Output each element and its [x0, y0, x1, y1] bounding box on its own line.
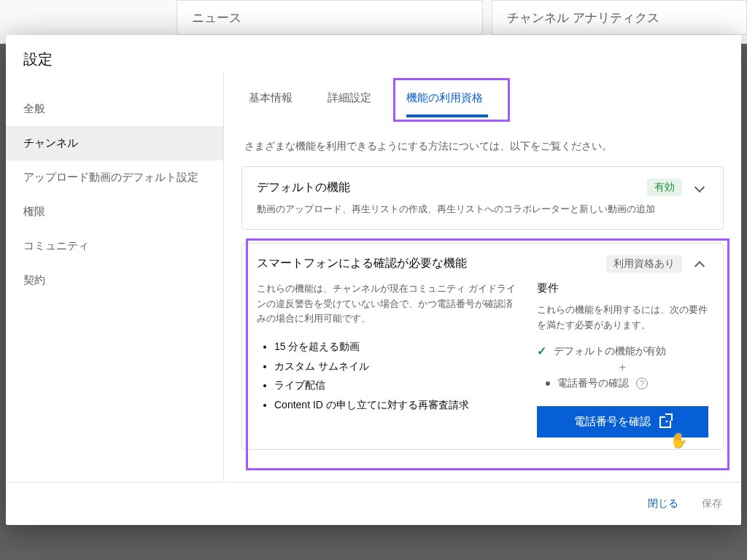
requirement-pending: 電話番号の確認 ?: [537, 377, 708, 390]
requirement-label: デフォルトの機能が有効: [554, 345, 666, 358]
sidebar-item-label: 全般: [23, 102, 45, 114]
sidebar-item-label: チャンネル: [23, 136, 78, 149]
bg-news: ニュース: [177, 0, 483, 35]
requirements-desc: これらの機能を利用するには、次の要件を満たす必要があります。: [537, 303, 708, 333]
check-icon: ✓: [537, 344, 546, 358]
sidebar-item-permissions[interactable]: 権限: [6, 195, 223, 229]
tab-underline: [406, 114, 488, 117]
tab-eligibility[interactable]: 機能の利用資格: [402, 79, 487, 115]
sidebar-item-channel[interactable]: チャンネル: [6, 126, 223, 160]
close-button[interactable]: 閉じる: [645, 493, 681, 515]
sidebar-item-label: アップロード動画のデフォルト設定: [23, 171, 198, 183]
sidebar-item-label: コミュニティ: [23, 239, 89, 252]
list-item: 15 分を超える動画: [274, 337, 516, 357]
status-badge: 利用資格あり: [606, 255, 682, 273]
chevron-up-icon[interactable]: [691, 255, 708, 273]
sidebar-item-contract[interactable]: 契約: [6, 263, 223, 298]
sidebar-item-label: 契約: [23, 273, 45, 286]
card-title: デフォルトの機能: [257, 180, 638, 195]
help-icon[interactable]: ?: [636, 378, 648, 389]
sidebar-item-general[interactable]: 全般: [6, 92, 223, 126]
intro-text: さまざまな機能を利用できるようにする方法については、以下をご覧ください。: [244, 140, 721, 153]
card-phone-verification: スマートフォンによる確認が必要な機能 利用資格あり これらの機能は、チャンネルが…: [241, 243, 724, 451]
save-button[interactable]: 保存: [699, 493, 725, 515]
verify-phone-button[interactable]: 電話番号を確認 ✋: [537, 406, 708, 438]
settings-modal: 設定 全般 チャンネル アップロード動画のデフォルト設定 権限 コミュニティ 契…: [6, 35, 741, 525]
bg-analytics-label: チャンネル アナリティクス: [507, 9, 659, 26]
sidebar-item-upload-defaults[interactable]: アップロード動画のデフォルト設定: [6, 160, 223, 195]
card-subtitle: 動画のアップロード、再生リストの作成、再生リストへのコラボレーターと新しい動画の…: [257, 202, 708, 217]
modal-footer: 閉じる 保存: [6, 482, 741, 525]
requirements-title: 要件: [537, 281, 708, 295]
requirement-met: ✓ デフォルトの機能が有効: [537, 344, 708, 358]
card-default-features[interactable]: デフォルトの機能 有効 動画のアップロード、再生リストの作成、再生リストへのコラ…: [241, 166, 724, 230]
card-title: スマートフォンによる確認が必要な機能: [257, 256, 597, 271]
card-desc: これらの機能は、チャンネルが現在コミュニティ ガイドラインの違反警告を受けていな…: [257, 281, 516, 327]
modal-title: 設定: [6, 35, 741, 74]
tab-basic[interactable]: 基本情報: [244, 79, 297, 115]
tab-advanced[interactable]: 詳細設定: [323, 79, 376, 115]
status-badge: 有効: [647, 179, 682, 196]
list-item: Content ID の申し立てに対する再審査請求: [274, 395, 516, 415]
sidebar-item-label: 権限: [23, 205, 45, 217]
list-item: カスタム サムネイル: [274, 357, 516, 376]
tabs: 基本情報 詳細設定 機能の利用資格: [241, 79, 724, 115]
chevron-down-icon[interactable]: [691, 179, 708, 196]
sidebar-item-community[interactable]: コミュニティ: [6, 229, 223, 263]
list-item: ライブ配信: [274, 376, 516, 395]
cursor-icon: ✋: [670, 432, 688, 449]
verify-phone-label: 電話番号を確認: [574, 415, 651, 429]
settings-content: 基本情報 詳細設定 機能の利用資格 さまざまな機能を利用できるようにする方法につ…: [223, 74, 741, 482]
feature-list: 15 分を超える動画 カスタム サムネイル ライブ配信 Content ID の…: [257, 337, 516, 414]
bg-analytics: チャンネル アナリティクス: [492, 0, 747, 35]
bullet-icon: [546, 381, 550, 386]
settings-sidebar: 全般 チャンネル アップロード動画のデフォルト設定 権限 コミュニティ 契約: [6, 74, 223, 482]
open-external-icon: [659, 416, 671, 428]
requirement-label: 電話番号の確認: [557, 377, 629, 390]
bg-news-label: ニュース: [192, 9, 241, 26]
plus-separator: +: [537, 361, 708, 374]
